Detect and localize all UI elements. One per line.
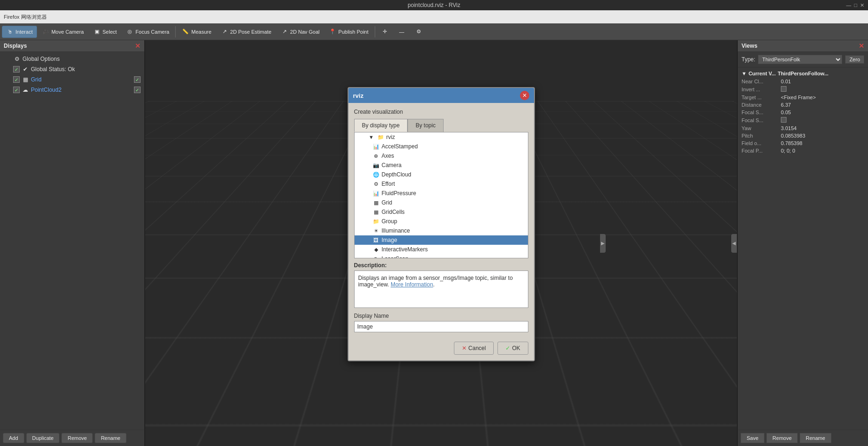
- move-camera-button[interactable]: 🎥 Move Camera: [38, 26, 88, 38]
- views-type-select[interactable]: ThirdPersonFolk: [758, 55, 842, 64]
- prop-target-val: <Fixed Frame>: [781, 95, 816, 100]
- grid-list-label: Grid: [382, 199, 393, 206]
- pose-estimate-button[interactable]: ↗ 2D Pose Estimate: [216, 26, 275, 38]
- prop-focal-s1-key: Focal S...: [742, 110, 779, 115]
- views-close-button[interactable]: ✕: [859, 42, 864, 50]
- minimize-btn[interactable]: —: [846, 2, 851, 8]
- global-status-label: Global Status: Ok: [31, 66, 141, 73]
- views-prop-distance: Distance 6.37: [740, 101, 866, 109]
- pointcloud2-checkbox[interactable]: ✓: [13, 87, 20, 93]
- displays-footer: Add Duplicate Remove Rename: [0, 430, 144, 446]
- interact-button[interactable]: 🖱 Interact: [2, 26, 37, 38]
- list-item-rviz-root[interactable]: ▼ 📁 rviz: [355, 132, 528, 142]
- illuminance-label: Illuminance: [382, 227, 410, 234]
- tab-by-topic[interactable]: By topic: [408, 119, 444, 132]
- firefox-label: Firefox 网络浏览器: [4, 14, 47, 21]
- cloud-icon: ☁: [22, 86, 29, 94]
- list-item-fluid-pressure[interactable]: 📊 FluidPressure: [355, 189, 528, 198]
- description-area: Description: Displays an image from a se…: [354, 262, 528, 308]
- image-icon: 🖼: [372, 236, 380, 244]
- pointcloud2-enabled-checkbox[interactable]: ✓: [134, 87, 141, 93]
- list-item-illuminance[interactable]: ☀ Illuminance: [355, 226, 528, 235]
- select-button[interactable]: ▣ Select: [89, 26, 121, 38]
- axes-icon: ⊕: [372, 152, 380, 160]
- focus-camera-label: Focus Camera: [135, 29, 169, 35]
- close-btn[interactable]: ✕: [860, 2, 864, 8]
- window-controls[interactable]: — □ ✕: [846, 2, 864, 8]
- list-item-axes[interactable]: ⊕ Axes: [355, 151, 528, 161]
- list-item-interactive-markers[interactable]: ◆ InteractiveMarkers: [355, 245, 528, 254]
- list-item-depth-cloud[interactable]: 🌐 DepthCloud: [355, 170, 528, 179]
- dialog-close-button[interactable]: ✕: [520, 91, 529, 100]
- add-button[interactable]: Add: [3, 433, 24, 443]
- list-item-camera[interactable]: 📷 Camera: [355, 161, 528, 170]
- publish-point-button[interactable]: 📍 Publish Point: [325, 26, 372, 38]
- ok-icon: ✓: [505, 345, 510, 351]
- more-information-link[interactable]: More Information: [391, 281, 433, 288]
- grid-label: Grid: [31, 76, 132, 83]
- prop-focal-s2-key: Focal S...: [742, 117, 779, 123]
- cancel-button[interactable]: ✕ Cancel: [454, 342, 494, 355]
- maximize-btn[interactable]: □: [854, 2, 857, 8]
- folder-open-icon: ▼: [368, 133, 375, 141]
- list-item-group[interactable]: 📁 Group: [355, 217, 528, 226]
- create-visualization-dialog: rviz ✕ Create visualization By display t…: [348, 87, 535, 361]
- grid-cells-label: GridCells: [382, 209, 405, 215]
- tree-item-global-status[interactable]: ✓ ✔ Global Status: Ok: [0, 64, 144, 74]
- views-remove-button[interactable]: Remove: [766, 433, 798, 443]
- list-item-grid-cells[interactable]: ▦ GridCells: [355, 207, 528, 217]
- views-content: ▼ Current V... ThirdPersonFollow... Near…: [738, 67, 868, 430]
- list-item-image[interactable]: 🖼 Image: [355, 235, 528, 245]
- nav-goal-button[interactable]: ↗ 2D Nav Goal: [276, 26, 324, 38]
- tree-item-grid[interactable]: ✓ ▦ Grid ✓: [0, 74, 144, 85]
- list-item-grid[interactable]: ▦ Grid: [355, 198, 528, 207]
- cancel-label: Cancel: [468, 345, 486, 351]
- views-zero-button[interactable]: Zero: [845, 55, 864, 64]
- pose-icon: ↗: [221, 28, 228, 36]
- extra-btn-1[interactable]: ✛: [377, 26, 393, 38]
- left-panel-collapse-handle[interactable]: ◀: [731, 234, 737, 253]
- extra-btn-3[interactable]: ⚙: [411, 26, 427, 38]
- list-item-laser-scan[interactable]: ⟳ LaserScan: [355, 254, 528, 258]
- remove-button[interactable]: Remove: [61, 433, 93, 443]
- prop-invert-key: Invert ...: [742, 87, 779, 92]
- rename-button[interactable]: Rename: [95, 433, 126, 443]
- views-prop-focal-s1: Focal S... 0.05: [740, 109, 866, 116]
- global-status-checkbox[interactable]: ✓: [13, 66, 20, 73]
- display-name-input[interactable]: [354, 321, 528, 332]
- move-icon: 🎥: [42, 28, 50, 36]
- list-item-accel-stamped[interactable]: 📊 AccelStamped: [355, 142, 528, 151]
- accel-label: AccelStamped: [382, 143, 418, 150]
- right-panel-collapse-handle[interactable]: ▶: [600, 234, 606, 253]
- tab-by-display-type[interactable]: By display type: [354, 119, 408, 132]
- tree-item-global-options[interactable]: ⚙ Global Options: [0, 54, 144, 64]
- cancel-icon: ✕: [462, 345, 467, 351]
- global-options-label: Global Options: [22, 56, 141, 62]
- grid-enabled-checkbox[interactable]: ✓: [134, 76, 141, 83]
- dialog-tabs: By display type By topic: [354, 119, 528, 132]
- displays-close-button[interactable]: ✕: [135, 42, 141, 50]
- views-rename-button[interactable]: Rename: [800, 433, 831, 443]
- measure-button[interactable]: 📏 Measure: [178, 26, 215, 38]
- focus-camera-button[interactable]: ◎ Focus Camera: [122, 26, 173, 38]
- prop-field-val: 0.785398: [781, 140, 802, 146]
- toolbar: 🖱 Interact 🎥 Move Camera ▣ Select ◎ Focu…: [0, 23, 868, 40]
- duplicate-button[interactable]: Duplicate: [26, 433, 60, 443]
- visualization-list[interactable]: ▼ 📁 rviz 📊 AccelStamped ⊕ Axes: [354, 132, 528, 258]
- current-view-header[interactable]: ▼ Current V... ThirdPersonFollow...: [740, 69, 866, 78]
- rviz-root-label: rviz: [386, 134, 395, 140]
- group-icon: 📁: [372, 218, 380, 225]
- ok-button[interactable]: ✓ OK: [497, 342, 528, 355]
- focus-icon: ◎: [126, 28, 134, 36]
- views-prop-near-clip: Near Cl... 0.01: [740, 78, 866, 85]
- tree-item-pointcloud2[interactable]: ✓ ☁ PointCloud2 ✓: [0, 85, 144, 95]
- center-viewport[interactable]: ◀ rviz rviz ✕ Create visualization By di…: [145, 40, 737, 446]
- list-item-effort[interactable]: ⚙ Effort: [355, 179, 528, 189]
- views-panel-header: Views ✕: [738, 40, 868, 52]
- extra-btn-2[interactable]: —: [394, 26, 410, 38]
- select-label: Select: [103, 29, 117, 35]
- publish-point-label: Publish Point: [338, 29, 368, 35]
- views-save-button[interactable]: Save: [741, 433, 764, 443]
- views-prop-focal-s2: Focal S...: [740, 116, 866, 124]
- grid-checkbox[interactable]: ✓: [13, 76, 20, 83]
